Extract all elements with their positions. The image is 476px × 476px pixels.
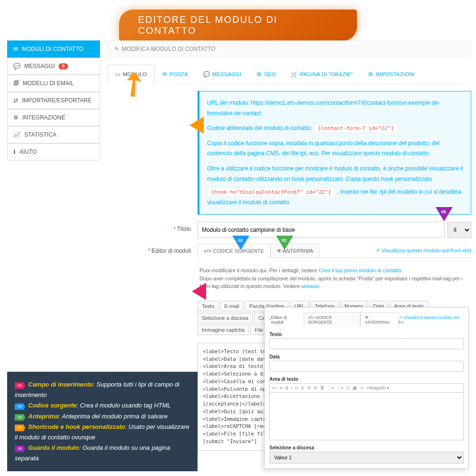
- pv-label-select: Selezione a discesa: [269, 445, 464, 450]
- sidebar-item-label: IMPORTARE/ESPORTARE: [22, 97, 91, 104]
- toolbar-button[interactable]: S: [301, 386, 304, 390]
- toolbar-button[interactable]: ⋮≡: [337, 386, 343, 390]
- tab-label: IMPOSTAZIONI: [376, 71, 415, 77]
- toolbar-button[interactable]: <>: [272, 386, 277, 390]
- editor-label: *Editor di moduli: [107, 244, 198, 254]
- toolbar-button[interactable]: A: [280, 386, 283, 390]
- tab-messages[interactable]: 💬MESSAGGI: [196, 65, 249, 83]
- sidebar-item-statistics[interactable]: 📈STATISTICA: [7, 126, 100, 143]
- toolbar-button[interactable]: ▦: [353, 386, 357, 390]
- info-icon: ℹ: [13, 149, 16, 155]
- tag-button[interactable]: E-mail: [220, 301, 243, 311]
- help-link[interactable]: sintassi: [301, 283, 319, 289]
- toolbar-button[interactable]: ⋮≡: [327, 386, 334, 390]
- toolbar-button[interactable]: B: [286, 386, 288, 390]
- seo-icon: ⚙: [257, 71, 262, 78]
- tab-mail[interactable]: ✉POSTA: [155, 65, 195, 83]
- sidebar: ✉MODULI DI CONTATTO 💬MESSAGGI8 🗐MODELLI …: [7, 40, 100, 160]
- panel-title-text: MODIFICA MODULO DI CONTATTO: [122, 46, 216, 52]
- lang-select[interactable]: it: [447, 222, 471, 238]
- tab-label: SEO: [264, 71, 276, 77]
- toolbar-button[interactable]: ☷: [346, 386, 350, 390]
- shortcode[interactable]: [contact-form-7 id="22"]: [314, 124, 398, 133]
- info-box: URL del modulo: https://demo1.ets-demos.…: [198, 91, 471, 215]
- hook-code[interactable]: {hook h="displayContactForm7" id="22"}: [207, 188, 336, 197]
- cart-icon: 🛒: [291, 71, 298, 78]
- view-frontend-link[interactable]: ↗ Visualizza questo modulo sul front-end: [376, 244, 471, 258]
- pv-input-text[interactable]: [269, 338, 464, 349]
- toolbar-button[interactable]: Paragrafo ▾: [367, 386, 389, 390]
- badge-count: 8: [59, 63, 68, 69]
- chat-icon: 💬: [13, 63, 20, 69]
- sidebar-item-label: AIUTO: [20, 149, 37, 155]
- tag-button[interactable]: Testo: [198, 301, 218, 311]
- pv-input-date[interactable]: [269, 361, 464, 372]
- sidebar-item-label: MODULI DI CONTATTO: [22, 46, 83, 52]
- info-text: Copia il codice funzione sopra, incollal…: [207, 139, 463, 159]
- transfer-icon: ⇄: [13, 97, 18, 104]
- info-text: Oltre a utilizzare il codice funzione pe…: [207, 164, 463, 184]
- mail-icon: ✉: [162, 71, 167, 78]
- tab-seo[interactable]: ⚙SEO: [249, 65, 283, 83]
- chart-icon: 📈: [13, 131, 20, 138]
- toolbar-button[interactable]: ▭: [360, 386, 364, 390]
- editor-description: Puoi modificare il modulo qui. Per i det…: [198, 261, 471, 296]
- toolbar-button[interactable]: ⟲: [307, 386, 311, 390]
- gear-icon: ⚙: [13, 114, 19, 121]
- envelope-icon: ✉: [13, 46, 18, 52]
- tag-button[interactable]: Immagine captcha: [198, 325, 249, 335]
- pv-label-text: Testo: [269, 332, 464, 337]
- tab-label: POSTA: [169, 71, 188, 77]
- pv-label-date: Data: [269, 354, 464, 359]
- copy-icon: 🗐: [13, 80, 19, 87]
- pv-subtab-source[interactable]: </> CODICE SORGENTE: [304, 312, 360, 327]
- sidebar-item-integration[interactable]: ⚙INTEGRAZIONE: [7, 109, 100, 126]
- tab-thanks[interactable]: 🛒PAGINA DI "GRAZIE": [283, 65, 360, 83]
- pv-rte-toolbar[interactable]: <>ABIUS⟲⟳≣⋮≡⋮≡☷▦▭Paragrafo ▾: [269, 383, 464, 393]
- chat-icon: 💬: [203, 71, 210, 78]
- sidebar-item-messages[interactable]: 💬MESSAGGI8: [7, 58, 100, 75]
- sidebar-item-import-export[interactable]: ⇄IMPORTARE/ESPORTARE: [7, 92, 100, 109]
- sidebar-item-label: MESSAGGI: [24, 63, 55, 69]
- panel-header: ✎MODIFICA MODULO DI CONTATTO: [107, 40, 471, 58]
- pv-label-textarea: Area di testo: [269, 377, 464, 382]
- toolbar-button[interactable]: U: [295, 386, 298, 390]
- info-url-label: URL del modulo:: [207, 99, 249, 106]
- toolbar-button[interactable]: ⟳: [314, 386, 317, 390]
- pv-select[interactable]: Valeur 1: [269, 452, 464, 464]
- sidebar-item-help[interactable]: ℹAIUTO: [7, 143, 100, 160]
- info-short-label: Codice abbreviato del modulo di contatto…: [207, 125, 312, 131]
- tab-settings[interactable]: ⚙IMPOSTAZIONI: [360, 65, 422, 83]
- pv-rte-area[interactable]: [269, 393, 464, 440]
- page-title: EDITORE DEL MODULO DI CONTATTO: [119, 10, 357, 41]
- edit-icon: ✎: [114, 46, 119, 52]
- sidebar-item-label: STATISTICA: [24, 131, 57, 138]
- sidebar-item-contact-forms[interactable]: ✉MODULI DI CONTATTO: [7, 40, 100, 58]
- pv-view-link[interactable]: ↗ Visualizza questo modulo sul fro: [399, 315, 464, 325]
- pv-editor-label: Editor di moduli: [271, 315, 300, 325]
- tab-label: MESSAGGI: [212, 71, 241, 77]
- sidebar-item-email-templates[interactable]: 🗐MODELLI DI EMAIL: [7, 75, 100, 92]
- sidebar-item-label: INTEGRAZIONE: [22, 114, 65, 121]
- toolbar-button[interactable]: ≣: [320, 386, 324, 390]
- legend-box: 01Campo di inserimento: Supporta tutti i…: [7, 372, 198, 471]
- gear-icon: ⚙: [368, 71, 373, 78]
- title-label: *Titolo: [107, 222, 198, 232]
- pv-subtab-preview[interactable]: 👁 ANTEPRIMA: [360, 312, 398, 327]
- tag-button[interactable]: Selezione a discesa: [198, 313, 253, 323]
- tab-label: PAGINA DI "GRAZIE": [300, 71, 353, 77]
- toolbar-button[interactable]: I: [291, 386, 293, 390]
- sidebar-item-label: MODELLI DI EMAIL: [23, 80, 74, 87]
- help-link[interactable]: Crea il tuo primo modulo di contatto: [319, 268, 402, 273]
- preview-popup: *Editor di moduli </> CODICE SORGENTE 👁 …: [264, 307, 469, 469]
- tabs: ▭MODULO ✉POSTA 💬MESSAGGI ⚙SEO 🛒PAGINA DI…: [107, 65, 471, 84]
